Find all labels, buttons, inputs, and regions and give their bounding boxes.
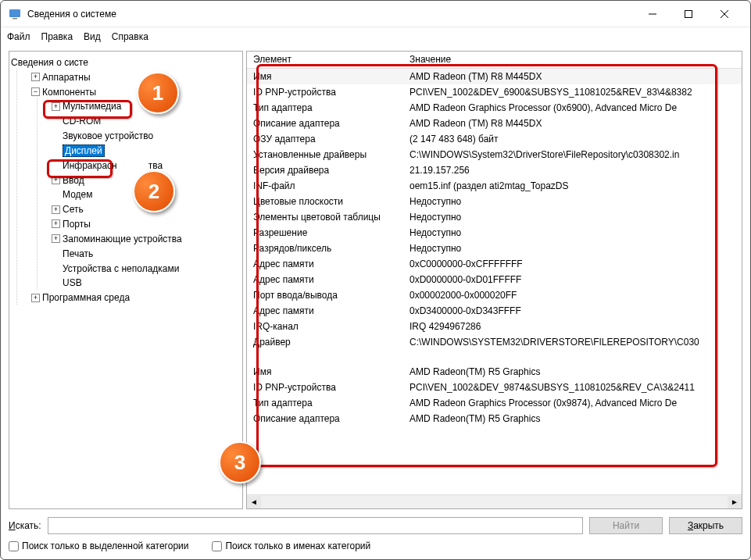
- detail-row[interactable]: Версия драйвера21.19.157.256: [247, 162, 742, 178]
- detail-row[interactable]: ID PNP-устройстваPCI\VEN_1002&DEV_9874&S…: [247, 380, 742, 395]
- menu-file[interactable]: Файл: [7, 31, 30, 42]
- detail-row[interactable]: INF-файлoem15.inf (раздел ati2mtag_Topaz…: [247, 178, 742, 194]
- detail-key: Описание адаптера: [247, 413, 403, 424]
- detail-row[interactable]: Разрядов/пиксельНедоступно: [247, 241, 742, 256]
- expand-icon[interactable]: +: [52, 219, 60, 228]
- tree-hardware[interactable]: Аппаратны: [42, 72, 91, 83]
- detail-key: Имя: [247, 71, 403, 82]
- detail-row[interactable]: РазрешениеНедоступно: [247, 225, 742, 241]
- svg-rect-1: [13, 18, 17, 20]
- detail-panel: Элемент Значение ИмяAMD Radeon (TM) R8 M…: [246, 51, 742, 509]
- detail-row[interactable]: Адрес памяти0xD0000000-0xD01FFFFF: [247, 272, 742, 287]
- detail-value: oem15.inf (раздел ati2mtag_TopazDS: [403, 180, 742, 191]
- tree-sound[interactable]: Звуковое устройство: [63, 130, 153, 141]
- minimize-button[interactable]: [635, 2, 671, 26]
- detail-value: AMD Radeon (TM) R8 M445DX: [403, 118, 742, 129]
- detail-value: 0xD0000000-0xD01FFFFF: [403, 274, 742, 285]
- tree-input[interactable]: Ввод: [63, 174, 84, 185]
- detail-row[interactable]: ИмяAMD Radeon(TM) R5 Graphics: [247, 364, 742, 380]
- tree-usb[interactable]: USB: [63, 277, 82, 288]
- expand-icon[interactable]: +: [52, 234, 60, 243]
- expand-icon[interactable]: +: [52, 205, 60, 214]
- expand-icon[interactable]: +: [31, 294, 40, 302]
- detail-key: Установленные драйверы: [247, 149, 403, 160]
- close-button[interactable]: [706, 2, 742, 26]
- tree-printing[interactable]: Печать: [63, 248, 93, 259]
- detail-row[interactable]: Описание адаптераAMD Radeon(TM) R5 Graph…: [247, 411, 742, 426]
- chk-category-names-box[interactable]: [212, 541, 222, 551]
- tree-display[interactable]: Дисплей: [63, 144, 105, 157]
- detail-row[interactable]: ОЗУ адаптера(2 147 483 648) байт: [247, 131, 742, 147]
- detail-value: AMD Radeon(TM) R5 Graphics: [403, 366, 742, 377]
- col-element[interactable]: Элемент: [247, 52, 403, 68]
- detail-body[interactable]: ИмяAMD Radeon (TM) R8 M445DXID PNP-устро…: [247, 69, 742, 494]
- detail-key: INF-файл: [247, 180, 403, 191]
- detail-value: Недоступно: [403, 212, 742, 223]
- detail-value: PCI\VEN_1002&DEV_6900&SUBSYS_11081025&RE…: [403, 87, 742, 98]
- chk-category-names[interactable]: Поиск только в именах категорий: [212, 540, 370, 551]
- detail-key: Адрес памяти: [247, 274, 403, 285]
- tree-multimedia[interactable]: Мультимедиа: [63, 101, 121, 112]
- chk-selected-category-box[interactable]: [9, 541, 19, 551]
- search-input[interactable]: [48, 517, 583, 534]
- scroll-left-icon[interactable]: ◄: [247, 496, 261, 508]
- menu-edit[interactable]: Правка: [41, 31, 73, 42]
- expand-icon[interactable]: +: [52, 176, 60, 184]
- tree-storage[interactable]: Запоминающие устройства: [63, 234, 182, 244]
- tree-modem[interactable]: Модем: [63, 189, 92, 200]
- horizontal-scrollbar[interactable]: ◄ ►: [247, 494, 742, 508]
- detail-row[interactable]: Адрес памяти0xC0000000-0xCFFFFFFF: [247, 256, 742, 272]
- tree-problem[interactable]: Устройства с неполадками: [63, 262, 179, 273]
- search-bar: Искать: Найти Закрыть: [1, 512, 750, 539]
- detail-value: IRQ 4294967286: [403, 321, 742, 332]
- detail-value: (2 147 483 648) байт: [403, 134, 742, 144]
- detail-row[interactable]: Описание адаптераAMD Radeon (TM) R8 M445…: [247, 116, 742, 131]
- tree-software[interactable]: Программная среда: [42, 292, 130, 303]
- tree-cdrom[interactable]: CD-ROM: [63, 116, 101, 127]
- menu-help[interactable]: Справка: [112, 31, 148, 42]
- collapse-icon[interactable]: −: [31, 87, 40, 96]
- search-options: Поиск только в выделенной категории Поис…: [1, 539, 750, 559]
- scroll-right-icon[interactable]: ►: [728, 496, 742, 508]
- detail-key: Тип адаптера: [247, 102, 403, 113]
- detail-row[interactable]: ИмяAMD Radeon (TM) R8 M445DX: [247, 69, 742, 84]
- detail-value: Недоступно: [403, 243, 742, 254]
- detail-key: Порт ввода/вывода: [247, 290, 403, 301]
- expand-icon[interactable]: +: [31, 73, 40, 81]
- detail-row[interactable]: Адрес памяти0xD3400000-0xD343FFFF: [247, 303, 742, 319]
- svg-rect-3: [685, 10, 692, 17]
- detail-row[interactable]: Тип адаптераAMD Radeon Graphics Processo…: [247, 395, 742, 411]
- detail-row[interactable]: IRQ-каналIRQ 4294967286: [247, 319, 742, 334]
- tree-network[interactable]: Сеть: [63, 204, 84, 215]
- col-value[interactable]: Значение: [403, 52, 742, 68]
- detail-row[interactable]: ДрайверC:\WINDOWS\SYSTEM32\DRIVERSTORE\F…: [247, 334, 742, 350]
- detail-row[interactable]: Цветовые плоскостиНедоступно: [247, 194, 742, 209]
- detail-row[interactable]: Установленные драйверыC:\WINDOWS\System3…: [247, 147, 742, 162]
- detail-value: PCI\VEN_1002&DEV_9874&SUBSYS_11081025&RE…: [403, 382, 742, 393]
- find-button[interactable]: Найти: [589, 517, 663, 534]
- maximize-button[interactable]: [671, 2, 706, 26]
- close-search-button[interactable]: Закрыть: [669, 517, 742, 534]
- detail-key: Драйвер: [247, 337, 403, 348]
- tree-root[interactable]: Сведения о систе: [11, 57, 88, 68]
- tree-ports[interactable]: Порты: [63, 219, 91, 230]
- detail-key: Цветовые плоскости: [247, 196, 403, 207]
- detail-row[interactable]: Тип адаптераAMD Radeon Graphics Processo…: [247, 100, 742, 116]
- detail-row[interactable]: Порт ввода/вывода0x00002000-0x000020FF: [247, 287, 742, 303]
- tree-panel[interactable]: Сведения о систе +Аппаратны −Компоненты …: [9, 51, 243, 509]
- tree-infrared[interactable]: Инфракрасн тва: [63, 160, 163, 171]
- expand-icon[interactable]: +: [52, 102, 60, 111]
- tree-components[interactable]: Компоненты: [42, 86, 96, 97]
- menu-view[interactable]: Вид: [84, 31, 101, 42]
- detail-key: Имя: [247, 366, 403, 377]
- detail-row[interactable]: ID PNP-устройстваPCI\VEN_1002&DEV_6900&S…: [247, 84, 742, 100]
- detail-value: C:\WINDOWS\SYSTEM32\DRIVERSTORE\FILEREPO…: [403, 337, 742, 348]
- detail-key: Адрес памяти: [247, 259, 403, 269]
- detail-header: Элемент Значение: [247, 52, 742, 69]
- chk-selected-category[interactable]: Поиск только в выделенной категории: [9, 540, 188, 551]
- detail-row[interactable]: Элементы цветовой таблицыНедоступно: [247, 209, 742, 225]
- detail-row[interactable]: [247, 350, 742, 364]
- detail-key: Версия драйвера: [247, 165, 403, 176]
- detail-value: Недоступно: [403, 227, 742, 238]
- detail-key: Элементы цветовой таблицы: [247, 212, 403, 223]
